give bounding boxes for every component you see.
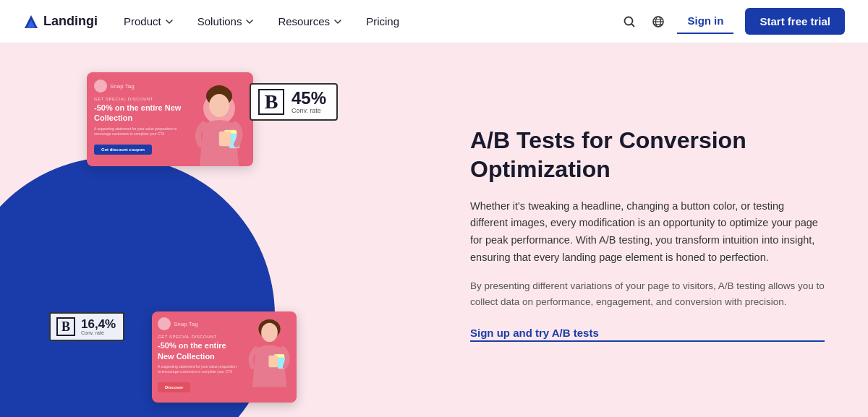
card-brand-text: Snap Tag	[110, 83, 135, 90]
navbar: Landingi Product Solutions Resources Pri…	[0, 0, 868, 43]
nav-resources[interactable]: Resources	[269, 9, 352, 33]
conversion-badge-bottom: B 16,4% Conv. rate	[49, 312, 124, 341]
language-button[interactable]	[645, 9, 671, 35]
svg-rect-11	[219, 132, 231, 146]
search-icon	[623, 15, 636, 28]
person-illustration-a	[184, 72, 253, 166]
card-b-logo-row: Snap Tag	[158, 317, 239, 330]
badge-top-label: Conv. rate	[292, 107, 326, 114]
nav-product-label: Product	[124, 15, 161, 27]
card-b-discount-label: GET SPECIAL DISCOUNT	[158, 335, 239, 339]
card-b-logo-dot	[158, 317, 171, 330]
start-trial-button[interactable]: Start free trial	[745, 8, 845, 35]
main-content: Snap Tag GET SPECIAL DISCOUNT -50% on th…	[0, 43, 868, 417]
person-svg-b	[239, 311, 297, 395]
sign-in-link[interactable]: Sign in	[677, 9, 733, 34]
left-panel: Snap Tag GET SPECIAL DISCOUNT -50% on th…	[0, 43, 434, 417]
svg-point-2	[625, 17, 633, 25]
variant-b-letter: B	[258, 89, 284, 115]
hero-title: A/B Tests for Conversion Optimization	[470, 126, 825, 184]
person-svg-a	[184, 72, 253, 166]
nav-pricing-label: Pricing	[366, 15, 399, 27]
chevron-down-icon	[164, 17, 174, 27]
card-a-title: -50% on the entire New Collection	[94, 103, 188, 124]
card-b-brand-text: Snap Tag	[174, 321, 198, 327]
card-b-button[interactable]: Discover	[158, 382, 190, 392]
card-b-body: A supporting statement for your value pr…	[158, 364, 239, 374]
badge-bottom-stats: 16,4% Conv. rate	[81, 318, 116, 335]
variant-b-letter-sm: B	[56, 317, 75, 336]
globe-icon	[652, 15, 665, 28]
hero-cta-link[interactable]: Sign up and try A/B tests	[470, 327, 825, 342]
hero-description: Whether it's tweaking a headline, changi…	[470, 198, 825, 267]
logo-text: Landingi	[43, 14, 98, 29]
svg-point-8	[209, 94, 229, 117]
nav-icons	[616, 9, 671, 35]
svg-point-14	[261, 323, 278, 342]
card-logo-dot	[94, 79, 107, 93]
card-a-body: A supporting statement for your value pr…	[94, 126, 188, 137]
right-panel: A/B Tests for Conversion Optimization Wh…	[434, 43, 868, 417]
nav-pricing[interactable]: Pricing	[357, 9, 408, 33]
svg-rect-17	[269, 356, 278, 367]
card-a-button[interactable]: Get discount coupon	[94, 145, 152, 155]
logo-icon	[23, 14, 39, 30]
nav-solutions-label: Solutions	[197, 15, 242, 27]
search-button[interactable]	[616, 9, 642, 35]
nav-solutions[interactable]: Solutions	[189, 9, 264, 33]
nav-product[interactable]: Product	[115, 9, 183, 33]
chevron-down-icon	[244, 17, 255, 27]
card-b-title: -50% on the entire New Collection	[158, 340, 239, 361]
chevron-down-icon	[333, 17, 343, 27]
conversion-badge-top: B 45% Conv. rate	[250, 83, 338, 121]
badge-top-percent: 45%	[292, 90, 326, 107]
card-variant-b: Snap Tag GET SPECIAL DISCOUNT -50% on th…	[152, 311, 297, 403]
nav-resources-label: Resources	[278, 15, 330, 27]
card-discount-label: GET SPECIAL DISCOUNT	[94, 97, 188, 101]
person-illustration-b	[239, 311, 297, 395]
card-logo-row: Snap Tag	[94, 79, 188, 93]
badge-bottom-percent: 16,4%	[81, 318, 116, 330]
badge-top-stats: 45% Conv. rate	[292, 90, 326, 114]
logo[interactable]: Landingi	[23, 14, 98, 30]
card-variant-a: Snap Tag GET SPECIAL DISCOUNT -50% on th…	[87, 72, 253, 166]
badge-bottom-label: Conv. rate	[81, 330, 116, 335]
hero-description-2: By presenting different variations of yo…	[470, 278, 825, 309]
